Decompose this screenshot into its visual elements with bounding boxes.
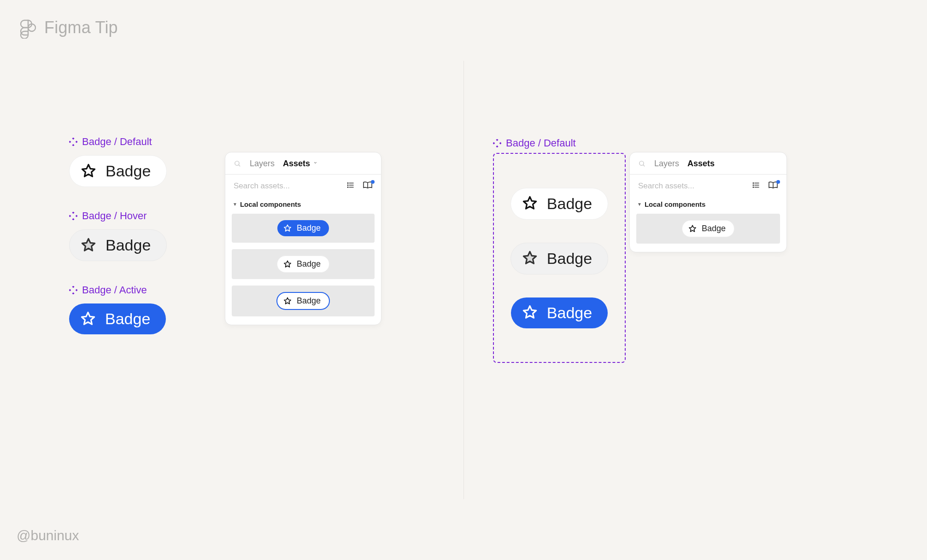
panel-tabs: Layers Assets	[630, 152, 786, 175]
assets-panel-right: Layers Assets Search assets... ▼	[629, 152, 787, 252]
svg-rect-1	[72, 138, 74, 140]
badge-label: Badge	[547, 195, 592, 213]
badge-label: Badge	[547, 304, 592, 322]
asset-row[interactable]: Badge	[636, 214, 780, 244]
badge-active[interactable]: Badge	[511, 298, 608, 328]
svg-point-26	[640, 161, 644, 165]
page-header: Figma Tip	[0, 0, 927, 39]
component-icon	[69, 138, 77, 146]
svg-rect-22	[496, 139, 498, 141]
component-default: Badge / Default Badge	[69, 136, 167, 187]
star-icon	[283, 260, 292, 269]
badge-hover[interactable]: Badge	[510, 243, 608, 274]
svg-rect-12	[76, 289, 77, 291]
svg-rect-5	[72, 212, 74, 214]
asset-row[interactable]: Badge	[232, 286, 375, 316]
star-icon	[283, 224, 292, 233]
right-column: Badge / Default BadgeBadgeBadge Layers A…	[464, 74, 927, 505]
badge-default[interactable]: Badge	[510, 188, 608, 220]
badge-label: Badge	[106, 236, 151, 254]
component-label-text: Badge / Default	[506, 137, 576, 149]
component-icon	[69, 286, 77, 294]
badge-outlined[interactable]: Badge	[276, 292, 330, 310]
svg-rect-9	[72, 286, 74, 288]
svg-rect-4	[76, 140, 77, 143]
badge-active[interactable]: Badge	[69, 303, 166, 334]
badge-default[interactable]: Badge	[682, 220, 734, 237]
badge-label: Badge	[105, 310, 150, 328]
star-icon	[80, 237, 97, 254]
tab-layers[interactable]: Layers	[654, 159, 679, 169]
section-header[interactable]: ▼ Local components	[636, 198, 780, 214]
left-column: Badge / Default Badge Badge / Hover	[0, 74, 464, 505]
variant-frame[interactable]: BadgeBadgeBadge	[493, 153, 626, 363]
badge-label: Badge	[297, 259, 321, 269]
section-title: Local components	[240, 200, 301, 208]
tab-layers[interactable]: Layers	[250, 159, 275, 169]
badge-default[interactable]: Badge	[277, 256, 329, 273]
svg-line-27	[643, 165, 645, 166]
figma-icon	[20, 17, 36, 39]
component-label-hover: Badge / Hover	[69, 210, 147, 222]
svg-point-13	[235, 161, 239, 165]
svg-rect-2	[72, 144, 74, 146]
collapse-icon: ▼	[637, 202, 642, 207]
badge-label: Badge	[297, 296, 321, 306]
tab-assets[interactable]: Assets	[687, 159, 715, 169]
notification-dot	[371, 180, 375, 184]
badge-active[interactable]: Badge	[277, 220, 329, 236]
svg-rect-24	[493, 142, 495, 144]
component-hover: Badge / Hover Badge	[69, 210, 167, 261]
panel-tabs: Layers Assets ⌄	[225, 152, 381, 175]
section-title: Local components	[645, 200, 706, 208]
list-view-icon[interactable]	[346, 181, 355, 191]
component-label-text: Badge / Active	[82, 284, 147, 296]
svg-line-14	[239, 165, 240, 166]
star-icon	[688, 224, 697, 233]
svg-rect-25	[499, 142, 501, 144]
asset-row[interactable]: Badge	[232, 214, 375, 243]
tab-assets[interactable]: Assets	[283, 159, 310, 169]
svg-rect-10	[72, 292, 74, 294]
badge-label: Badge	[297, 223, 321, 233]
library-icon[interactable]	[768, 181, 778, 191]
badge-label: Badge	[106, 162, 151, 180]
component-icon	[493, 139, 501, 147]
svg-point-20	[347, 187, 348, 188]
badge-hover[interactable]: Badge	[69, 229, 167, 261]
component-label-active: Badge / Active	[69, 284, 147, 296]
list-view-icon[interactable]	[751, 181, 761, 191]
svg-rect-7	[69, 215, 71, 217]
search-input[interactable]: Search assets...	[234, 181, 290, 191]
panel-search-row: Search assets...	[225, 175, 381, 198]
chevron-icon[interactable]: ⌄	[313, 158, 318, 165]
search-input[interactable]: Search assets...	[638, 181, 694, 191]
star-icon	[283, 297, 292, 306]
section-header[interactable]: ▼ Local components	[232, 198, 375, 214]
svg-point-32	[753, 185, 754, 186]
star-icon	[521, 250, 539, 267]
component-label-text: Badge / Hover	[82, 210, 147, 222]
search-icon[interactable]	[234, 160, 241, 168]
library-icon[interactable]	[363, 181, 373, 191]
search-icon[interactable]	[638, 160, 646, 168]
svg-point-18	[347, 183, 348, 184]
badge-default[interactable]: Badge	[69, 155, 167, 187]
author-handle: @buninux	[17, 528, 79, 543]
component-label-default-right: Badge / Default	[493, 137, 576, 149]
asset-row[interactable]: Badge	[232, 249, 375, 279]
svg-rect-3	[69, 140, 71, 143]
svg-point-31	[753, 183, 754, 184]
component-icon	[69, 212, 77, 220]
component-label-default: Badge / Default	[69, 136, 152, 148]
assets-panel-left: Layers Assets ⌄ Search assets...	[225, 152, 381, 325]
svg-point-19	[347, 185, 348, 186]
notification-dot	[776, 180, 780, 184]
star-icon	[80, 163, 97, 180]
badge-label: Badge	[702, 224, 726, 233]
svg-rect-11	[69, 289, 71, 291]
page-title: Figma Tip	[44, 18, 118, 37]
svg-rect-6	[72, 218, 74, 220]
star-icon	[79, 310, 97, 328]
component-active: Badge / Active Badge	[69, 284, 167, 334]
